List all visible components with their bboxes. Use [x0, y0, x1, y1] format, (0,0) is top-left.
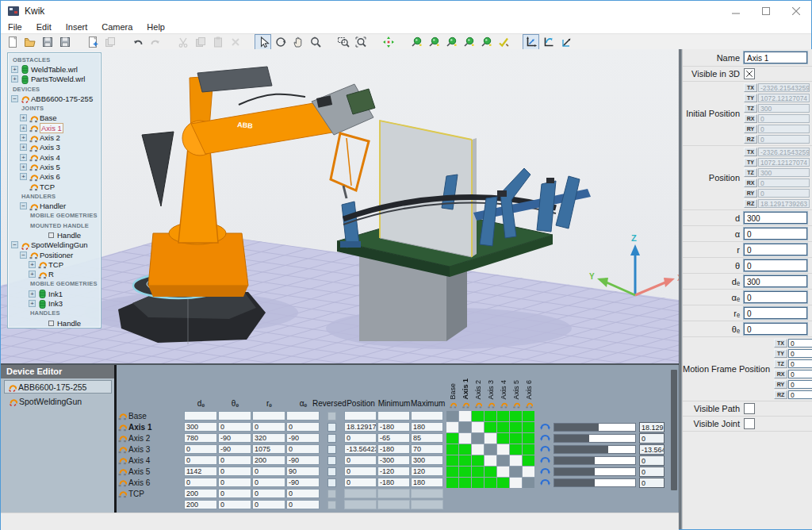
- toolbar-view-preset-2-button[interactable]: [425, 34, 442, 50]
- expand-icon[interactable]: +: [20, 173, 27, 180]
- theta-input[interactable]: 0: [744, 259, 807, 271]
- tree-item-axis-1[interactable]: +Axis 1: [8, 123, 101, 132]
- matrix-cell[interactable]: [510, 433, 522, 444]
- toolbar-frame-drag-button[interactable]: [557, 34, 574, 50]
- toolbar-save-file-as-button[interactable]: [56, 34, 73, 50]
- menu-file[interactable]: File: [1, 21, 29, 33]
- toolbar-snap-tool-button[interactable]: [495, 34, 511, 50]
- pos-cell[interactable]: 18.1291739: [344, 422, 377, 432]
- toolbar-select-pointer-button[interactable]: [255, 34, 271, 50]
- max-cell[interactable]: 70: [411, 444, 443, 454]
- toolbar-zoom-fit-button[interactable]: [352, 34, 369, 50]
- matrix-cell[interactable]: [459, 411, 471, 421]
- pos-cell[interactable]: -13.564239: [344, 444, 377, 454]
- motion-frame-position-ry-value[interactable]: 0: [788, 380, 812, 389]
- motion-frame-position-rz-value[interactable]: 0: [788, 390, 812, 399]
- matrix-cell[interactable]: [485, 478, 496, 488]
- matrix-cell[interactable]: [510, 467, 522, 477]
- d-e-input[interactable]: 300: [744, 275, 807, 287]
- matrix-cell[interactable]: [523, 422, 534, 432]
- tree-item-handle[interactable]: Handle: [8, 230, 101, 240]
- param-cell[interactable]: -90: [286, 433, 320, 443]
- matrix-cell[interactable]: [472, 467, 484, 477]
- tree-item-axis-4[interactable]: +Axis 4: [8, 152, 101, 162]
- device-item-spotweldinggun[interactable]: SpotWeldingGun: [6, 395, 112, 407]
- min-cell[interactable]: -300: [377, 455, 410, 465]
- tree-item-positioner[interactable]: −Positioner: [8, 250, 101, 259]
- toolbar-view-preset-5-button[interactable]: [477, 34, 494, 50]
- matrix-cell[interactable]: [510, 444, 522, 455]
- matrix-cell[interactable]: [485, 467, 496, 477]
- tree-item-spotweldinggun[interactable]: −SpotWeldingGun: [8, 240, 101, 250]
- toolbar-undo-button[interactable]: [129, 34, 146, 50]
- matrix-cell[interactable]: [472, 411, 484, 421]
- max-cell[interactable]: 180: [411, 478, 443, 487]
- visible-in-3d-checkbox[interactable]: [744, 68, 755, 79]
- joint-slider[interactable]: [553, 478, 636, 487]
- toolbar-view-preset-3-button[interactable]: [442, 34, 459, 50]
- expand-icon[interactable]: +: [20, 154, 27, 161]
- param-cell[interactable]: 780: [184, 433, 217, 443]
- param-cell[interactable]: 300: [184, 422, 217, 432]
- param-cell[interactable]: [286, 411, 320, 421]
- toolbar-open-file-button[interactable]: [21, 34, 38, 50]
- toolbar-view-preset-4-button[interactable]: [460, 34, 477, 50]
- matrix-cell[interactable]: [510, 478, 522, 488]
- max-cell[interactable]: 300: [411, 455, 443, 465]
- tree-item-axis-5[interactable]: +Axis 5: [8, 162, 101, 171]
- tree-item-axis-3[interactable]: +Axis 3: [8, 143, 101, 152]
- matrix-cell[interactable]: [459, 433, 471, 444]
- matrix-cell[interactable]: [523, 467, 534, 477]
- tree-item-handler[interactable]: −Handler: [8, 201, 101, 210]
- matrix-cell[interactable]: [472, 478, 484, 488]
- matrix-cell[interactable]: [497, 411, 509, 421]
- alpha-e-input[interactable]: 0: [744, 291, 807, 303]
- matrix-cell[interactable]: [510, 455, 522, 466]
- menu-help[interactable]: Help: [140, 21, 172, 33]
- matrix-cell[interactable]: [497, 422, 509, 432]
- matrix-cell[interactable]: [485, 422, 496, 432]
- toolbar-cut-button[interactable]: [174, 34, 191, 50]
- toolbar-redo-button[interactable]: [147, 34, 163, 50]
- param-cell[interactable]: [218, 411, 251, 421]
- toolbar-center-selection-button[interactable]: [380, 34, 396, 50]
- param-cell[interactable]: 0: [286, 422, 320, 432]
- param-cell[interactable]: 0: [218, 467, 251, 476]
- tree-item-partstoweld-wrl[interactable]: +PartsToWeld.wrl: [8, 75, 101, 84]
- matrix-cell[interactable]: [510, 422, 522, 432]
- menu-camera[interactable]: Camera: [94, 21, 140, 33]
- matrix-cell[interactable]: [446, 467, 458, 477]
- menu-edit[interactable]: Edit: [29, 21, 59, 33]
- toolbar-zoom-view-button[interactable]: [307, 34, 324, 50]
- pos-cell[interactable]: [344, 411, 377, 421]
- expand-icon[interactable]: +: [20, 163, 27, 171]
- initial-position-tx-value[interactable]: -2326.21543259: [758, 83, 810, 92]
- param-cell[interactable]: 320: [252, 433, 285, 443]
- initial-position-ty-value[interactable]: 1072.12127074: [758, 94, 810, 102]
- device-editor-scrollbar[interactable]: [671, 370, 677, 490]
- joint-slider-value[interactable]: 18.129: [639, 422, 665, 432]
- min-cell[interactable]: -120: [377, 467, 410, 476]
- position-rx-value[interactable]: 0: [758, 179, 810, 187]
- matrix-cell[interactable]: [472, 455, 484, 466]
- min-cell[interactable]: -65: [377, 433, 410, 443]
- param-cell[interactable]: 0: [218, 455, 251, 465]
- initial-position-rx-value[interactable]: 0: [758, 114, 810, 123]
- param-cell[interactable]: -90: [286, 455, 320, 465]
- expand-icon[interactable]: +: [11, 66, 18, 73]
- matrix-cell[interactable]: [459, 422, 471, 432]
- param-cell[interactable]: 0: [184, 478, 217, 487]
- r-e-input[interactable]: 0: [744, 307, 807, 319]
- tree-item-weldtable-wrl[interactable]: +WeldTable.wrl: [8, 64, 101, 74]
- max-cell[interactable]: [411, 411, 443, 421]
- matrix-cell[interactable]: [459, 478, 471, 488]
- expand-icon[interactable]: +: [20, 134, 27, 141]
- position-tx-value[interactable]: -2326.21543259: [758, 148, 810, 156]
- position-tz-value[interactable]: 300: [758, 168, 810, 177]
- matrix-cell[interactable]: [523, 455, 534, 466]
- param-cell[interactable]: 0: [286, 444, 320, 454]
- tree-item-tcp[interactable]: +TCP: [8, 259, 101, 269]
- r-input[interactable]: 0: [744, 244, 807, 255]
- param-cell[interactable]: [252, 411, 285, 421]
- param-cell[interactable]: 0: [218, 500, 251, 509]
